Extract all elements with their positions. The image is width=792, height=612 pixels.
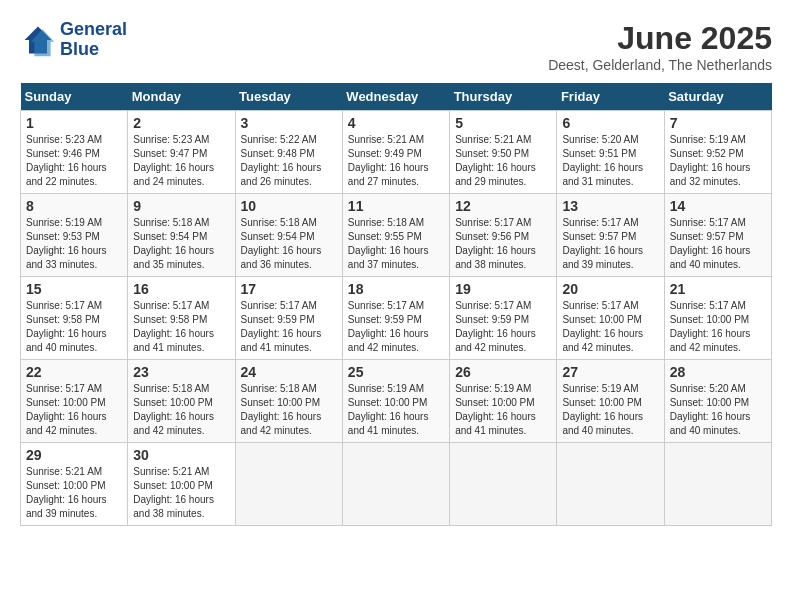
day-number: 15 [26, 281, 122, 297]
day-number: 25 [348, 364, 444, 380]
calendar-week-2: 8 Sunrise: 5:19 AM Sunset: 9:53 PM Dayli… [21, 194, 772, 277]
calendar-cell: 26 Sunrise: 5:19 AM Sunset: 10:00 PM Day… [450, 360, 557, 443]
day-info: Sunrise: 5:21 AM Sunset: 10:00 PM Daylig… [26, 465, 122, 521]
calendar-cell: 14 Sunrise: 5:17 AM Sunset: 9:57 PM Dayl… [664, 194, 771, 277]
calendar-week-4: 22 Sunrise: 5:17 AM Sunset: 10:00 PM Day… [21, 360, 772, 443]
day-info: Sunrise: 5:19 AM Sunset: 10:00 PM Daylig… [562, 382, 658, 438]
day-number: 11 [348, 198, 444, 214]
day-number: 20 [562, 281, 658, 297]
calendar-cell [235, 443, 342, 526]
calendar-cell: 24 Sunrise: 5:18 AM Sunset: 10:00 PM Day… [235, 360, 342, 443]
calendar-cell: 1 Sunrise: 5:23 AM Sunset: 9:46 PM Dayli… [21, 111, 128, 194]
calendar-header-row: SundayMondayTuesdayWednesdayThursdayFrid… [21, 83, 772, 111]
page-header: General Blue June 2025 Deest, Gelderland… [20, 20, 772, 73]
calendar-cell: 29 Sunrise: 5:21 AM Sunset: 10:00 PM Day… [21, 443, 128, 526]
day-info: Sunrise: 5:21 AM Sunset: 9:50 PM Dayligh… [455, 133, 551, 189]
logo-line2: Blue [60, 40, 127, 60]
day-info: Sunrise: 5:19 AM Sunset: 10:00 PM Daylig… [455, 382, 551, 438]
day-info: Sunrise: 5:17 AM Sunset: 9:59 PM Dayligh… [348, 299, 444, 355]
day-info: Sunrise: 5:21 AM Sunset: 10:00 PM Daylig… [133, 465, 229, 521]
day-info: Sunrise: 5:18 AM Sunset: 10:00 PM Daylig… [133, 382, 229, 438]
month-title: June 2025 [548, 20, 772, 57]
day-info: Sunrise: 5:17 AM Sunset: 9:56 PM Dayligh… [455, 216, 551, 272]
day-number: 6 [562, 115, 658, 131]
calendar-cell: 2 Sunrise: 5:23 AM Sunset: 9:47 PM Dayli… [128, 111, 235, 194]
calendar-cell: 20 Sunrise: 5:17 AM Sunset: 10:00 PM Day… [557, 277, 664, 360]
calendar-cell: 30 Sunrise: 5:21 AM Sunset: 10:00 PM Day… [128, 443, 235, 526]
calendar-cell [342, 443, 449, 526]
day-number: 29 [26, 447, 122, 463]
day-number: 5 [455, 115, 551, 131]
calendar-cell: 3 Sunrise: 5:22 AM Sunset: 9:48 PM Dayli… [235, 111, 342, 194]
day-number: 12 [455, 198, 551, 214]
day-number: 23 [133, 364, 229, 380]
day-number: 22 [26, 364, 122, 380]
day-info: Sunrise: 5:17 AM Sunset: 9:57 PM Dayligh… [670, 216, 766, 272]
day-number: 24 [241, 364, 337, 380]
day-info: Sunrise: 5:17 AM Sunset: 10:00 PM Daylig… [670, 299, 766, 355]
calendar-cell: 22 Sunrise: 5:17 AM Sunset: 10:00 PM Day… [21, 360, 128, 443]
calendar-cell: 25 Sunrise: 5:19 AM Sunset: 10:00 PM Day… [342, 360, 449, 443]
day-info: Sunrise: 5:17 AM Sunset: 10:00 PM Daylig… [26, 382, 122, 438]
day-info: Sunrise: 5:23 AM Sunset: 9:47 PM Dayligh… [133, 133, 229, 189]
day-info: Sunrise: 5:17 AM Sunset: 9:59 PM Dayligh… [455, 299, 551, 355]
location-title: Deest, Gelderland, The Netherlands [548, 57, 772, 73]
title-section: June 2025 Deest, Gelderland, The Netherl… [548, 20, 772, 73]
day-number: 26 [455, 364, 551, 380]
calendar-cell: 15 Sunrise: 5:17 AM Sunset: 9:58 PM Dayl… [21, 277, 128, 360]
day-number: 1 [26, 115, 122, 131]
day-number: 3 [241, 115, 337, 131]
day-info: Sunrise: 5:18 AM Sunset: 9:55 PM Dayligh… [348, 216, 444, 272]
calendar-week-1: 1 Sunrise: 5:23 AM Sunset: 9:46 PM Dayli… [21, 111, 772, 194]
logo-line1: General [60, 20, 127, 40]
calendar-cell: 19 Sunrise: 5:17 AM Sunset: 9:59 PM Dayl… [450, 277, 557, 360]
day-number: 9 [133, 198, 229, 214]
calendar-cell: 4 Sunrise: 5:21 AM Sunset: 9:49 PM Dayli… [342, 111, 449, 194]
day-info: Sunrise: 5:19 AM Sunset: 9:53 PM Dayligh… [26, 216, 122, 272]
day-number: 21 [670, 281, 766, 297]
day-number: 30 [133, 447, 229, 463]
day-info: Sunrise: 5:17 AM Sunset: 9:58 PM Dayligh… [26, 299, 122, 355]
day-info: Sunrise: 5:17 AM Sunset: 9:57 PM Dayligh… [562, 216, 658, 272]
day-number: 13 [562, 198, 658, 214]
header-thursday: Thursday [450, 83, 557, 111]
calendar-table: SundayMondayTuesdayWednesdayThursdayFrid… [20, 83, 772, 526]
day-info: Sunrise: 5:22 AM Sunset: 9:48 PM Dayligh… [241, 133, 337, 189]
calendar-cell: 11 Sunrise: 5:18 AM Sunset: 9:55 PM Dayl… [342, 194, 449, 277]
calendar-week-3: 15 Sunrise: 5:17 AM Sunset: 9:58 PM Dayl… [21, 277, 772, 360]
calendar-cell: 23 Sunrise: 5:18 AM Sunset: 10:00 PM Day… [128, 360, 235, 443]
day-number: 2 [133, 115, 229, 131]
day-number: 7 [670, 115, 766, 131]
header-monday: Monday [128, 83, 235, 111]
day-info: Sunrise: 5:19 AM Sunset: 10:00 PM Daylig… [348, 382, 444, 438]
day-number: 17 [241, 281, 337, 297]
day-number: 19 [455, 281, 551, 297]
calendar-cell: 9 Sunrise: 5:18 AM Sunset: 9:54 PM Dayli… [128, 194, 235, 277]
calendar-cell [450, 443, 557, 526]
calendar-cell [557, 443, 664, 526]
header-friday: Friday [557, 83, 664, 111]
header-tuesday: Tuesday [235, 83, 342, 111]
day-number: 10 [241, 198, 337, 214]
logo: General Blue [20, 20, 127, 60]
day-number: 8 [26, 198, 122, 214]
logo-icon [20, 22, 56, 58]
calendar-cell: 18 Sunrise: 5:17 AM Sunset: 9:59 PM Dayl… [342, 277, 449, 360]
day-number: 28 [670, 364, 766, 380]
calendar-week-5: 29 Sunrise: 5:21 AM Sunset: 10:00 PM Day… [21, 443, 772, 526]
calendar-cell: 13 Sunrise: 5:17 AM Sunset: 9:57 PM Dayl… [557, 194, 664, 277]
calendar-cell: 12 Sunrise: 5:17 AM Sunset: 9:56 PM Dayl… [450, 194, 557, 277]
calendar-cell: 7 Sunrise: 5:19 AM Sunset: 9:52 PM Dayli… [664, 111, 771, 194]
calendar-cell: 17 Sunrise: 5:17 AM Sunset: 9:59 PM Dayl… [235, 277, 342, 360]
day-info: Sunrise: 5:19 AM Sunset: 9:52 PM Dayligh… [670, 133, 766, 189]
day-number: 16 [133, 281, 229, 297]
calendar-cell: 21 Sunrise: 5:17 AM Sunset: 10:00 PM Day… [664, 277, 771, 360]
calendar-cell: 28 Sunrise: 5:20 AM Sunset: 10:00 PM Day… [664, 360, 771, 443]
day-info: Sunrise: 5:17 AM Sunset: 10:00 PM Daylig… [562, 299, 658, 355]
day-number: 4 [348, 115, 444, 131]
day-info: Sunrise: 5:18 AM Sunset: 9:54 PM Dayligh… [133, 216, 229, 272]
day-info: Sunrise: 5:17 AM Sunset: 9:59 PM Dayligh… [241, 299, 337, 355]
calendar-cell: 10 Sunrise: 5:18 AM Sunset: 9:54 PM Dayl… [235, 194, 342, 277]
header-saturday: Saturday [664, 83, 771, 111]
day-number: 18 [348, 281, 444, 297]
